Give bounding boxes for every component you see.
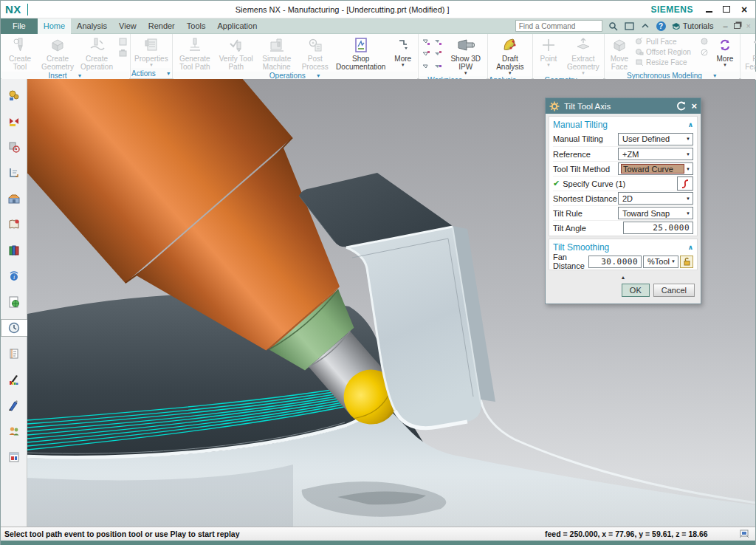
- manual-tilting-header[interactable]: Manual Tilting: [553, 120, 608, 130]
- tool-tilt-method-select[interactable]: Toward Curve ▼: [618, 162, 693, 175]
- history-icon[interactable]: [1, 319, 27, 337]
- shop-documentation-button[interactable]: Shop Documentation: [333, 35, 389, 72]
- library-icon[interactable]: [3, 241, 25, 259]
- tab-home[interactable]: Home: [38, 18, 71, 34]
- machine-library-icon[interactable]: [3, 190, 25, 208]
- reference-select[interactable]: +ZM ▼: [618, 148, 693, 160]
- simulate-machine-icon: [268, 35, 286, 55]
- manual-tilting-select[interactable]: User Defined ▼: [618, 133, 693, 145]
- operation-navigator-icon[interactable]: [3, 86, 25, 104]
- minimize-button[interactable]: [704, 4, 714, 15]
- chevron-down-icon: ▼: [671, 259, 676, 264]
- move-face-icon: [611, 35, 628, 55]
- lock-button[interactable]: [680, 256, 693, 268]
- tilt-rule-label: Tilt Rule: [553, 209, 618, 218]
- ipw-small-icon-3[interactable]: [421, 49, 432, 60]
- ipw-small-icon-2[interactable]: [433, 37, 444, 48]
- resource-bar: i: [1, 79, 27, 527]
- minimize-ribbon-icon[interactable]: [640, 21, 651, 32]
- tab-application[interactable]: Application: [211, 18, 263, 34]
- viewport-3d[interactable]: Tilt Tool Axis × Manual Tilting ∧ Manual…: [27, 79, 755, 527]
- ribbon-group-actions-label[interactable]: Actions ▼: [131, 68, 171, 78]
- tab-tools[interactable]: Tools: [181, 18, 212, 34]
- nx-logo: NX: [1, 3, 27, 16]
- manual-tilting-section: Manual Tilting ∧ Manual Tilting User Def…: [549, 116, 698, 236]
- tilt-angle-input[interactable]: 25.0000: [623, 222, 693, 234]
- create-operation-button: Create Operation: [77, 35, 117, 72]
- machine-tool-navigator-icon[interactable]: [3, 112, 25, 130]
- process-order-icon[interactable]: [3, 164, 25, 182]
- file-menu[interactable]: File: [1, 18, 38, 34]
- web-page-icon[interactable]: [3, 293, 25, 311]
- sync-more-button[interactable]: More ▼: [711, 35, 739, 68]
- find-command-input[interactable]: [515, 20, 602, 32]
- shortest-distance-select[interactable]: 2D ▼: [618, 192, 693, 205]
- fullscreen-icon[interactable]: [624, 21, 635, 32]
- title-bar: NX Siemens NX - Manufacturing - [Undercu…: [1, 1, 755, 18]
- curve-icon: [680, 179, 690, 189]
- shop-documentation-icon: [352, 35, 370, 55]
- collapse-icon[interactable]: ∧: [688, 121, 693, 128]
- show-3d-ipw-button[interactable]: Show 3D IPW ▼: [445, 35, 487, 76]
- notebook-icon[interactable]: [3, 345, 25, 363]
- ipw-small-icon-5[interactable]: [421, 61, 432, 72]
- tab-view[interactable]: View: [113, 18, 142, 34]
- resize-face-icon: [635, 58, 644, 66]
- ipw-small-icon-6[interactable]: [433, 61, 444, 72]
- windows-icon[interactable]: [3, 448, 25, 466]
- app-window: NX Siemens NX - Manufacturing - [Undercu…: [0, 0, 756, 545]
- tutorials-icon: [671, 22, 681, 30]
- tilt-tool-axis-dialog: Tilt Tool Axis × Manual Tilting ∧ Manual…: [545, 97, 701, 304]
- close-button[interactable]: ×: [739, 4, 749, 15]
- tilt-smoothing-header[interactable]: Tilt Smoothing: [553, 242, 609, 253]
- knowledge-fusion-icon[interactable]: i: [3, 267, 25, 285]
- check-icon: ✔: [553, 179, 560, 188]
- reset-icon[interactable]: [676, 101, 687, 112]
- find-features-button: Find Features: [741, 35, 756, 72]
- collapse-icon[interactable]: ∧: [688, 244, 693, 251]
- doc-restore-button[interactable]: [734, 23, 740, 29]
- create-tool-icon: [11, 35, 29, 55]
- cancel-button[interactable]: Cancel: [653, 284, 695, 297]
- tab-analysis[interactable]: Analysis: [71, 18, 113, 34]
- gear-icon: [549, 101, 560, 112]
- shop-docs-icon[interactable]: [3, 216, 25, 233]
- doc-minimize-button[interactable]: –: [723, 21, 727, 30]
- post-process-button: Post Process: [298, 35, 333, 72]
- dialog-collapse-strip[interactable]: ▲: [549, 272, 698, 282]
- tutorials-link[interactable]: Tutorials: [671, 21, 714, 30]
- show-3d-ipw-icon: [456, 35, 475, 55]
- fan-distance-label: Fan Distance: [553, 253, 588, 270]
- operations-more-button[interactable]: More ▼: [389, 35, 417, 68]
- properties-button: Properties ▼: [133, 35, 170, 68]
- move-face-button: Move Face: [605, 35, 633, 72]
- doc-close-button[interactable]: ×: [746, 21, 751, 30]
- materials-icon[interactable]: [3, 371, 25, 388]
- draft-analysis-button[interactable]: Draft Analysis ▼: [489, 35, 531, 76]
- maximize-button[interactable]: [721, 4, 732, 15]
- post-process-icon: [306, 35, 324, 55]
- logo-divider: [27, 4, 28, 16]
- chevron-down-icon: ▼: [166, 71, 171, 76]
- offset-region-icon: [635, 47, 644, 56]
- fan-distance-input[interactable]: 30.0000: [588, 256, 642, 268]
- ipw-small-icon-1[interactable]: [421, 37, 432, 48]
- specify-curve-button[interactable]: [677, 176, 693, 191]
- help-icon[interactable]: ?: [656, 21, 666, 31]
- menu-bar: File Home Analysis View Render Tools App…: [1, 18, 755, 34]
- fan-distance-unit-select[interactable]: %Tool ▼: [643, 256, 678, 268]
- tool-path-editor-icon[interactable]: [3, 138, 25, 156]
- chevron-down-icon: ▼: [316, 73, 321, 78]
- visualization-icon[interactable]: [3, 397, 25, 414]
- dialog-close-icon[interactable]: ×: [691, 100, 697, 112]
- roles-icon[interactable]: [3, 422, 25, 440]
- tilt-rule-select[interactable]: Toward Snap ▼: [618, 207, 693, 219]
- search-icon[interactable]: [608, 21, 619, 32]
- screen-icon[interactable]: [739, 529, 749, 540]
- ok-button[interactable]: OK: [622, 284, 650, 297]
- extract-geometry-button: Extract Geometry ▼: [563, 35, 603, 76]
- tab-render[interactable]: Render: [142, 18, 181, 34]
- ipw-small-icon-4[interactable]: [433, 49, 444, 60]
- dialog-title-bar[interactable]: Tilt Tool Axis ×: [546, 98, 701, 114]
- create-geometry-button: Create Geometry: [38, 35, 77, 72]
